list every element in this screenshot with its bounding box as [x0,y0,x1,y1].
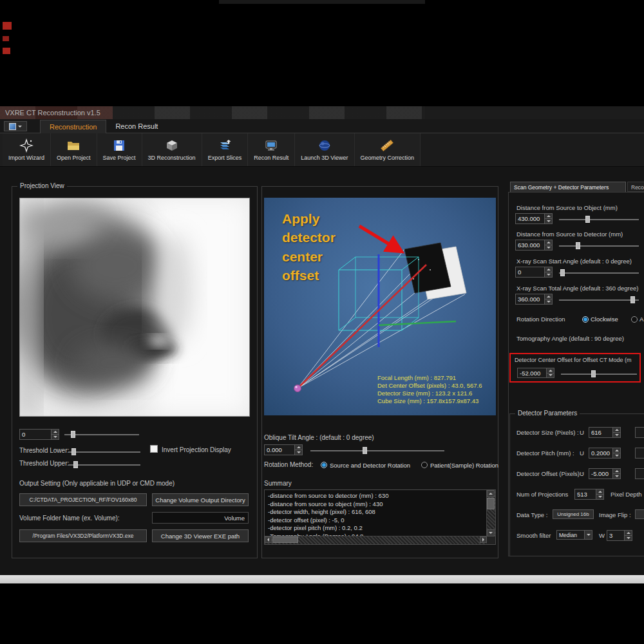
spinner-down-icon[interactable] [547,374,554,378]
slider-thumb[interactable] [591,370,596,377]
spinner-down-icon[interactable] [545,245,552,250]
scroll-down-icon[interactable] [487,529,495,536]
spinner-up-icon[interactable] [52,430,59,435]
detector-offset-v-spinner[interactable] [635,468,644,479]
3d-reconstruction-button[interactable]: 3D Reconstruction [142,133,202,166]
spinner-down-icon[interactable] [545,272,552,277]
spinner-down-icon[interactable] [52,435,59,439]
spinner-up-icon[interactable] [545,214,552,219]
tab-reconstruction[interactable]: Reconstruction [40,120,106,133]
geometry-correction-button[interactable]: Geometry Correction [355,133,421,166]
output-directory-button[interactable]: C:/CTDATA_PROJECTION_RF/FOV160x80 [19,493,147,506]
source-object-distance-spinner[interactable]: 430.000 [515,213,553,224]
tab-recon[interactable]: Recon [627,182,644,192]
scan-total-angle-spinner[interactable]: 360.000 [515,294,553,305]
detector-offset-u-spinner[interactable]: -5.000 [589,468,621,479]
axis-u-label: U [580,429,584,436]
change-output-directory-button[interactable]: Change Volume Output Directory [152,493,249,506]
spinner-down-icon[interactable] [545,219,552,223]
slider-thumb[interactable] [585,216,590,223]
spinner-up-icon[interactable] [547,368,554,374]
spinner-up-icon[interactable] [545,267,552,272]
spinner-up-icon[interactable] [295,445,302,450]
rotation-direction-clockwise-radio[interactable] [582,316,589,323]
spinner-up-icon[interactable] [545,294,552,299]
threshold-upper-slider[interactable] [68,460,140,469]
export-slices-button[interactable]: Export Slices [202,133,249,166]
slider-thumb[interactable] [630,296,635,303]
scroll-right-icon[interactable] [480,536,487,543]
spinner-down-icon[interactable] [613,453,620,458]
tab-scan-geometry[interactable]: Scan Geometry + Detector Parameters [510,182,626,192]
spinner-down-icon[interactable] [625,536,632,540]
open-project-button[interactable]: Open Project [51,133,97,166]
threshold-lower-label: Threshold Lower: [19,447,69,454]
detector-pitch-u-spinner[interactable]: 0.2000 [589,448,621,459]
slider-thumb[interactable] [576,242,580,249]
spinner-up-icon[interactable] [545,240,552,245]
source-detector-distance-spinner[interactable]: 630.000 [515,240,553,251]
recon-result-button[interactable]: Recon Result [248,133,295,166]
quick-access-button[interactable] [4,121,27,131]
volume-folder-field[interactable]: Volume [152,512,249,524]
w-spinner[interactable]: 3 [607,530,632,541]
viewer3d-panel[interactable]: Focal Length (mm) : 827.791 Det Center O… [264,198,496,415]
spinner-up-icon[interactable] [613,428,620,433]
scroll-left-icon[interactable] [265,536,272,543]
spinner-value: -5.000 [589,469,612,478]
slider-thumb[interactable] [71,431,75,438]
rotation-direction-anticlockwise-radio[interactable] [631,316,638,323]
num-projections-spinner[interactable]: 513 [574,489,604,500]
spinner-down-icon[interactable] [613,474,620,478]
slider-thumb[interactable] [560,269,565,276]
spinner-up-icon[interactable] [596,489,603,495]
launch-3d-viewer-button[interactable]: Launch 3D Viewer [295,133,354,166]
right-parameter-pane: Scan Geometry + Detector Parameters Reco… [507,182,644,558]
title-bar[interactable]: VXRE CT Reconstruction v1.5 [0,106,644,119]
xray-source-point [294,385,301,392]
slider-thumb[interactable] [363,447,367,454]
detector-pitch-v-spinner[interactable] [635,448,644,459]
spinner-down-icon[interactable] [545,299,552,304]
scrollbar-thumb[interactable] [487,498,495,509]
summary-box[interactable]: -distance from source to detector (mm) :… [264,489,496,545]
spinner-down-icon[interactable] [295,450,302,455]
rotation-method-source-radio[interactable] [321,462,327,468]
frame-slider[interactable] [64,430,139,439]
invert-projection-checkbox[interactable] [150,445,158,453]
scan-total-angle-slider[interactable] [559,296,639,304]
spinner-down-icon[interactable] [613,433,620,437]
summary-vertical-scrollbar[interactable] [486,490,495,536]
source-detector-distance-slider[interactable] [559,242,639,250]
smooth-filter-dropdown[interactable]: Median [556,530,592,540]
spinner-down-icon[interactable] [596,495,603,499]
scan-start-angle-spinner[interactable]: 0 [515,267,553,278]
threshold-lower-slider[interactable] [68,448,140,456]
frame-spinner[interactable]: 0 [19,429,59,440]
spinner-up-icon[interactable] [613,469,620,474]
import-wizard-button[interactable]: Import Wizard [3,133,51,166]
tab-recon-result[interactable]: Recon Result [106,120,167,133]
detector-offset-spinner[interactable]: -52.000 [517,368,554,378]
viewer-exe-path-button[interactable]: /Program Files/VX3D2/PlatformVX3D.exe [19,529,147,542]
detector-offset-slider[interactable] [561,370,637,378]
change-viewer-exe-button[interactable]: Change 3D Viewer EXE path [152,529,249,542]
scroll-up-icon[interactable] [487,490,495,497]
save-project-button[interactable]: Save Project [97,133,142,166]
detector-size-v-spinner[interactable] [635,427,644,438]
spinner-value: 3 [607,531,624,540]
oblique-tilt-slider[interactable] [310,446,444,455]
oblique-tilt-spinner[interactable]: 0.000 [264,444,303,455]
summary-horizontal-scrollbar[interactable] [265,536,487,544]
detector-size-u-spinner[interactable]: 616 [589,427,621,438]
image-flip-value[interactable] [635,509,644,519]
scan-start-angle-slider[interactable] [559,269,639,277]
slider-thumb[interactable] [71,448,76,455]
scrollbar-thumb[interactable] [272,536,298,543]
spinner-up-icon[interactable] [625,531,632,536]
data-type-value[interactable]: Unsigned 16b [553,509,594,519]
slider-thumb[interactable] [73,461,78,468]
rotation-method-patient-radio[interactable] [421,462,428,468]
spinner-up-icon[interactable] [613,448,620,453]
source-object-distance-slider[interactable] [559,215,639,223]
